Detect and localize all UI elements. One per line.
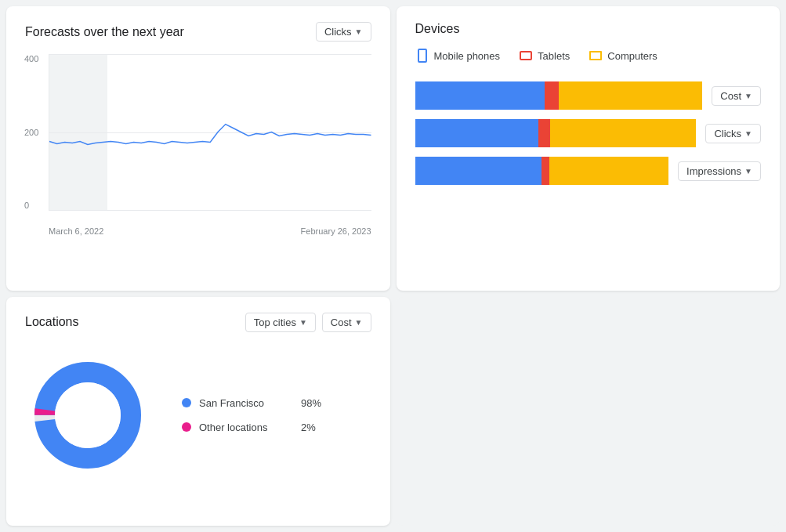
- tablet-icon-shape: [520, 51, 532, 60]
- clicks-dropdown-label: Clicks: [714, 128, 741, 139]
- impressions-bar-mobile: [415, 157, 542, 185]
- legend-tablet-label: Tablets: [538, 50, 570, 62]
- mobile-icon: [415, 49, 429, 63]
- computer-icon-shape: [589, 51, 602, 60]
- chevron-down-icon: ▼: [744, 129, 752, 138]
- forecast-title: Forecasts over the next year: [25, 25, 184, 39]
- chevron-down-icon: ▼: [355, 318, 363, 327]
- cost-bar-computer: [559, 81, 702, 110]
- impressions-dropdown[interactable]: Impressions ▼: [678, 161, 761, 181]
- chevron-down-icon: ▼: [355, 27, 363, 36]
- sf-name: San Francisco: [199, 397, 293, 409]
- locations-content: San Francisco 98% Other locations 2%: [25, 345, 371, 478]
- devices-card: Devices Mobile phones Tablets Computers: [397, 6, 781, 291]
- clicks-bar: [415, 119, 697, 147]
- legend-mobile: Mobile phones: [415, 49, 501, 63]
- cost-dropdown[interactable]: Cost ▼: [712, 86, 761, 106]
- legend-other-locations: Other locations 2%: [182, 422, 321, 433]
- other-dot: [182, 422, 191, 432]
- forecast-chart: 400 200 0 March 6, 2022 February 26, 202…: [25, 54, 371, 242]
- legend-computer-label: Computers: [607, 50, 657, 62]
- chevron-down-icon: ▼: [744, 167, 752, 176]
- metric-dropdown[interactable]: Cost ▼: [322, 313, 371, 332]
- x-axis-labels: March 6, 2022 February 26, 2023: [49, 226, 371, 236]
- locations-card: Locations Top cities ▼ Cost ▼: [6, 297, 390, 527]
- clicks-bar-tablet: [538, 119, 549, 147]
- other-pct: 2%: [301, 422, 316, 433]
- clicks-dropdown[interactable]: Clicks ▼: [705, 124, 761, 143]
- chart-area: 400 200 0: [49, 54, 371, 211]
- impressions-bar-tablet: [542, 157, 549, 185]
- tablet-icon: [519, 49, 533, 63]
- legend-san-francisco: San Francisco 98%: [182, 397, 321, 409]
- device-row-cost: Cost ▼: [415, 81, 762, 110]
- donut-svg: [25, 353, 150, 478]
- device-row-impressions: Impressions ▼: [415, 157, 762, 185]
- locations-title: Locations: [25, 315, 79, 329]
- y-label-200: 200: [24, 128, 38, 137]
- y-axis-labels: 400 200 0: [24, 54, 38, 210]
- top-cities-label: Top cities: [254, 317, 296, 328]
- mobile-icon-shape: [418, 49, 427, 63]
- chart-line-svg: [49, 54, 371, 210]
- devices-header: Devices: [415, 22, 762, 36]
- locations-header: Locations Top cities ▼ Cost ▼: [25, 313, 371, 332]
- locations-controls: Top cities ▼ Cost ▼: [245, 313, 371, 332]
- chevron-down-icon: ▼: [299, 318, 307, 327]
- metric-label: Cost: [331, 317, 352, 328]
- devices-rows: Cost ▼ Clicks ▼: [415, 81, 762, 185]
- svg-point-3: [55, 382, 121, 448]
- forecast-card: Forecasts over the next year Clicks ▼ 40…: [6, 6, 390, 291]
- clicks-bar-mobile: [415, 119, 539, 147]
- forecast-header: Forecasts over the next year Clicks ▼: [25, 22, 371, 42]
- impressions-bar: [415, 157, 669, 185]
- dashboard: Forecasts over the next year Clicks ▼ 40…: [0, 0, 786, 532]
- x-label-start: March 6, 2022: [49, 226, 103, 236]
- x-label-end: February 26, 2023: [301, 226, 371, 236]
- devices-title: Devices: [415, 22, 460, 36]
- cost-bar: [415, 81, 703, 110]
- computer-icon: [589, 49, 603, 63]
- impressions-dropdown-label: Impressions: [686, 165, 741, 177]
- y-label-0: 0: [24, 201, 38, 210]
- legend-mobile-label: Mobile phones: [434, 50, 501, 62]
- other-name: Other locations: [199, 422, 293, 433]
- sf-pct: 98%: [301, 397, 321, 409]
- chevron-down-icon: ▼: [744, 92, 752, 100]
- gridline-bottom: [49, 210, 371, 211]
- cost-bar-mobile: [415, 81, 545, 110]
- legend-computer: Computers: [589, 49, 657, 63]
- forecast-dropdown-label: Clicks: [324, 26, 352, 38]
- clicks-bar-computer: [550, 119, 697, 147]
- location-legend: San Francisco 98% Other locations 2%: [182, 397, 321, 433]
- sf-dot: [182, 398, 191, 407]
- devices-legend: Mobile phones Tablets Computers: [415, 49, 762, 63]
- empty-card: [397, 297, 781, 527]
- donut-chart: [25, 353, 150, 478]
- cost-dropdown-label: Cost: [720, 90, 741, 102]
- legend-tablet: Tablets: [519, 49, 570, 63]
- forecast-dropdown[interactable]: Clicks ▼: [316, 22, 371, 42]
- device-row-clicks: Clicks ▼: [415, 119, 762, 147]
- impressions-bar-computer: [549, 157, 668, 185]
- y-label-400: 400: [24, 54, 38, 63]
- top-cities-dropdown[interactable]: Top cities ▼: [245, 313, 316, 332]
- cost-bar-tablet: [545, 81, 559, 110]
